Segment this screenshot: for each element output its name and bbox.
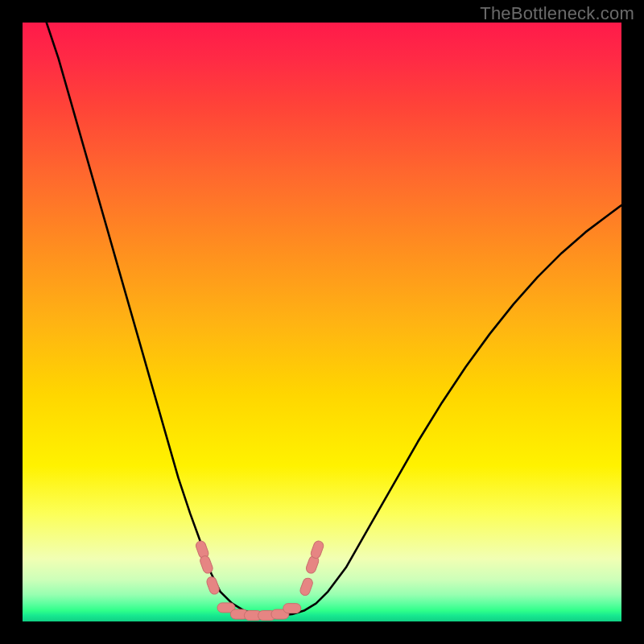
- bottleneck-curve: [47, 23, 621, 616]
- plot-area: [23, 23, 621, 621]
- trough-marker: [299, 576, 314, 597]
- chart-frame: TheBottleneck.com: [0, 0, 644, 644]
- curve-right_curve: [280, 205, 621, 616]
- trough-markers: [195, 539, 325, 620]
- curve-left_curve: [47, 23, 280, 616]
- curve-layer: [23, 23, 621, 621]
- trough-marker: [310, 539, 325, 559]
- trough-marker: [205, 576, 221, 596]
- trough-marker: [283, 604, 301, 613]
- trough-marker: [199, 555, 214, 575]
- watermark-text: TheBottleneck.com: [480, 3, 634, 24]
